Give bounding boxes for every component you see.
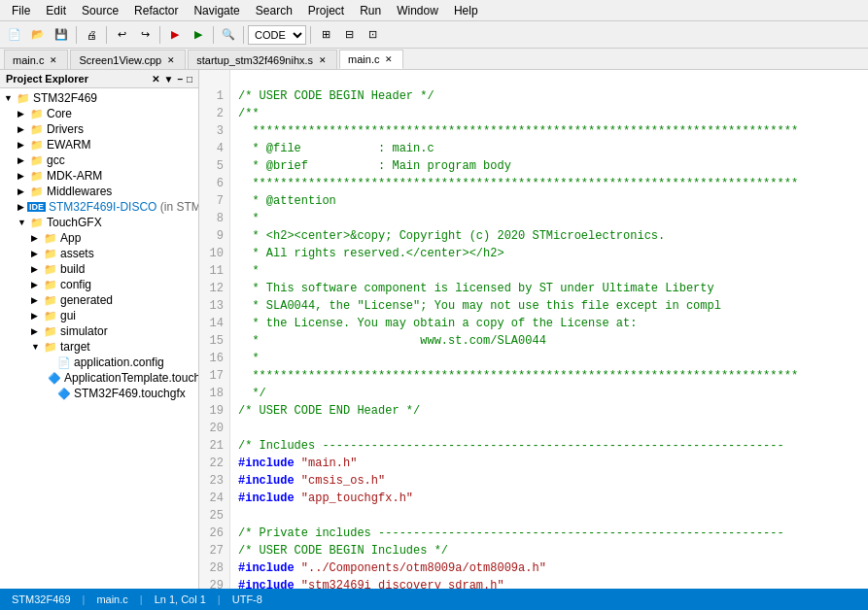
tree-item-app-config[interactable]: 📄 application.config <box>0 355 198 370</box>
menu-run[interactable]: Run <box>352 2 389 19</box>
folder-icon: 📁 <box>44 310 57 322</box>
toolbar-save[interactable]: 💾 <box>51 24 72 46</box>
sidebar-menu-icon[interactable]: ▼ <box>163 74 173 85</box>
tab-label: main.c <box>348 53 379 65</box>
tree-label: assets <box>60 247 94 260</box>
tree-item-core[interactable]: ▶ 📁 Core <box>0 106 198 121</box>
menu-edit[interactable]: Edit <box>38 2 74 19</box>
toolbar-layout1[interactable]: ⊞ <box>315 24 336 46</box>
toolbar-sep-5 <box>243 26 244 44</box>
status-sep: | <box>83 593 86 605</box>
tree-item-target[interactable]: ▼ 📁 target <box>0 339 198 355</box>
tab-screen1view[interactable]: Screen1View.cpp ✕ <box>70 50 186 69</box>
tree-item-touchgfx[interactable]: ▼ 📁 TouchGFX <box>0 215 198 230</box>
tab-startup[interactable]: startup_stm32f469nihx.s ✕ <box>188 50 337 69</box>
tab-close-icon[interactable]: ✕ <box>383 54 395 64</box>
tree-item-assets[interactable]: ▶ 📁 assets <box>0 246 198 261</box>
toolbar-perspective[interactable]: CODE <box>248 25 306 45</box>
expand-icon: ▶ <box>17 124 27 134</box>
expand-icon: ▶ <box>17 171 27 181</box>
tab-main-c-2[interactable]: main.c ✕ <box>339 50 403 69</box>
sidebar-maximize-icon[interactable]: □ <box>187 74 192 85</box>
toolbar-sep-2 <box>106 26 107 44</box>
expand-icon: ▶ <box>17 109 27 119</box>
menu-source[interactable]: Source <box>74 2 126 19</box>
tab-label: main.c <box>13 54 44 66</box>
code-content[interactable]: /* USER CODE BEGIN Header */ /** *******… <box>230 70 868 589</box>
tree-item-middlewares[interactable]: ▶ 📁 Middlewares <box>0 184 198 199</box>
tab-main-c-1[interactable]: main.c ✕ <box>4 50 68 69</box>
tree-item-stm32-touchgfx[interactable]: 🔷 STM32F469.touchgfx <box>0 386 198 401</box>
tree-label: gcc <box>47 153 65 167</box>
ide-icon: IDE <box>27 202 46 212</box>
expand-icon: ▼ <box>17 218 27 227</box>
folder-icon: 📁 <box>30 154 44 167</box>
toolbar-debug[interactable]: ▶ <box>164 24 186 46</box>
tree-item-drivers[interactable]: ▶ 📁 Drivers <box>0 121 198 137</box>
tab-close-icon[interactable]: ✕ <box>48 55 59 65</box>
tree-label: Core <box>47 107 72 120</box>
status-sep3: | <box>218 593 221 605</box>
tree-label: gui <box>60 309 76 322</box>
statusbar: STM32F469 | main.c | Ln 1, Col 1 | UTF-8 <box>0 589 868 610</box>
toolbar-search[interactable]: 🔍 <box>218 24 239 46</box>
folder-icon: 📁 <box>30 108 44 120</box>
menu-window[interactable]: Window <box>389 2 446 19</box>
menu-refactor[interactable]: Refactor <box>126 2 186 19</box>
status-sep2: | <box>140 593 143 605</box>
tree-label: MDK-ARM <box>47 169 102 183</box>
expand-icon: ▶ <box>31 233 41 243</box>
toolbar-sep-4 <box>213 26 214 44</box>
folder-icon: 📁 <box>30 139 44 152</box>
folder-icon: 📁 <box>30 217 44 229</box>
tree-item-simulator[interactable]: ▶ 📁 simulator <box>0 323 198 339</box>
tree-label: config <box>60 278 91 291</box>
menu-help[interactable]: Help <box>446 2 486 19</box>
expand-icon: ▶ <box>31 280 41 289</box>
toolbar-undo[interactable]: ↩ <box>111 24 132 46</box>
touchgfx-icon: 🔷 <box>57 388 71 400</box>
main-layout: Project Explorer ✕ ▼ – □ ▼ 📁 STM32F469 ▶… <box>0 70 868 589</box>
toolbar-new[interactable]: 📄 <box>4 24 25 46</box>
tree-label: ApplicationTemplate.touchgfx.part <box>64 371 199 385</box>
toolbar-layout3[interactable]: ⊡ <box>362 24 383 46</box>
tree-item-ewarm[interactable]: ▶ 📁 EWARM <box>0 137 198 152</box>
expand-icon: ▶ <box>17 186 27 196</box>
tree-item-config[interactable]: ▶ 📁 config <box>0 277 198 292</box>
tree-item-stm32-ide[interactable]: ▶ IDE STM32F469I-DISCO (in STM32CubeIDE) <box>0 199 198 215</box>
sidebar-minimize-icon[interactable]: – <box>177 74 183 85</box>
folder-icon: 📁 <box>44 294 57 307</box>
expand-icon: ▼ <box>31 342 41 352</box>
menu-search[interactable]: Search <box>248 2 300 19</box>
tree-label: application.config <box>74 356 164 369</box>
tree-label: STM32F469.touchgfx <box>74 387 186 400</box>
tree-item-mdk-arm[interactable]: ▶ 📁 MDK-ARM <box>0 168 198 184</box>
tab-close-icon[interactable]: ✕ <box>317 55 329 65</box>
toolbar-open[interactable]: 📂 <box>27 24 49 46</box>
tree-item-gcc[interactable]: ▶ 📁 gcc <box>0 152 198 168</box>
menu-file[interactable]: File <box>4 2 38 19</box>
toolbar-layout2[interactable]: ⊟ <box>338 24 360 46</box>
toolbar-redo[interactable]: ↪ <box>134 24 156 46</box>
folder-icon: 📁 <box>44 263 57 276</box>
folder-icon: 📁 <box>44 341 57 354</box>
toolbar-print[interactable]: 🖨 <box>81 24 102 46</box>
toolbar-sep-3 <box>159 26 160 44</box>
tree-label: STM32F469I-DISCO (in STM32CubeIDE) <box>49 200 199 214</box>
project-icon: 📁 <box>17 92 30 105</box>
menu-navigate[interactable]: Navigate <box>186 2 247 19</box>
tree-item-generated[interactable]: ▶ 📁 generated <box>0 292 198 308</box>
tree-item-stm32f469[interactable]: ▼ 📁 STM32F469 <box>0 90 198 106</box>
tree-item-gui[interactable]: ▶ 📁 gui <box>0 308 198 323</box>
tab-close-icon[interactable]: ✕ <box>165 55 177 65</box>
expand-icon: ▶ <box>31 326 41 336</box>
tree-item-app[interactable]: ▶ 📁 App <box>0 230 198 246</box>
tree-item-app-template[interactable]: 🔷 ApplicationTemplate.touchgfx.part <box>0 370 198 386</box>
tree-item-build[interactable]: ▶ 📁 build <box>0 261 198 277</box>
toolbar-run[interactable]: ▶ <box>188 24 209 46</box>
menu-project[interactable]: Project <box>300 2 352 19</box>
editor-content[interactable]: 1 2 3 4 5 6 7 8 9 10 11 12 13 14 15 16 1… <box>199 70 868 589</box>
sidebar-close-icon[interactable]: ✕ <box>152 74 159 85</box>
editor: 1 2 3 4 5 6 7 8 9 10 11 12 13 14 15 16 1… <box>199 70 868 589</box>
expand-icon: ▶ <box>31 264 41 274</box>
